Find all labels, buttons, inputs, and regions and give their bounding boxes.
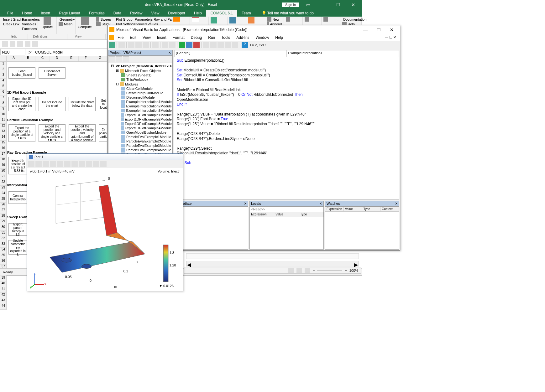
view-object-icon[interactable] xyxy=(116,56,122,62)
menu-tools[interactable]: Tools xyxy=(219,35,233,40)
menu-run[interactable]: Run xyxy=(206,35,217,40)
light-icon[interactable] xyxy=(93,161,99,167)
tree-module-item[interactable]: ParticleEvalExample3Module xyxy=(109,143,172,148)
close-pane-icon[interactable]: ✕ xyxy=(168,51,171,55)
qat-icon[interactable] xyxy=(25,41,30,47)
update-button[interactable]: Update xyxy=(42,25,53,29)
tellme-search[interactable]: 💡 Tell me what you want to do xyxy=(259,10,317,17)
zoom-in-icon[interactable] xyxy=(28,161,34,167)
copy-icon[interactable] xyxy=(135,42,142,48)
ribbon-opts-icon[interactable]: ▭ xyxy=(301,1,315,8)
rotate-icon[interactable] xyxy=(79,161,85,167)
plot-titlebar[interactable]: Plot 1 xyxy=(27,154,183,160)
maximize-icon[interactable]: ☐ xyxy=(372,26,385,34)
code-editor[interactable]: Sub ExampleInterpolation1() Set ModelUti… xyxy=(174,57,399,199)
settings2-icon[interactable] xyxy=(248,17,254,23)
tab-pagelayout[interactable]: Page Layout xyxy=(55,10,84,17)
setm-button[interactable]: Set m locat xyxy=(99,97,108,111)
view-xy-icon[interactable] xyxy=(57,161,63,167)
back-icon[interactable] xyxy=(86,161,92,167)
plotgroup-button[interactable]: Plot Group xyxy=(115,17,130,22)
disconnect-button[interactable]: Disconnect Server xyxy=(39,67,66,79)
close-pane-icon[interactable]: ✕ xyxy=(319,202,322,206)
expposvel-button[interactable]: Export the position and velocity of a si… xyxy=(39,124,66,142)
tree-module-item[interactable]: ExampleInterpolation2Module xyxy=(109,104,172,108)
update-icon[interactable] xyxy=(44,17,51,25)
nochart-button[interactable]: Do not include the chart xyxy=(39,97,66,111)
design-icon[interactable] xyxy=(203,42,209,48)
procedure-combo[interactable]: ExampleInterpolation1 xyxy=(287,50,399,57)
tab-view[interactable]: View xyxy=(147,10,164,17)
menu-debug[interactable]: Debug xyxy=(188,35,204,40)
col-header[interactable]: F xyxy=(79,56,93,61)
project-icon[interactable] xyxy=(210,42,217,48)
col-header[interactable]: C xyxy=(35,56,50,61)
qat-icon[interactable] xyxy=(10,41,15,47)
view-layout-icon[interactable] xyxy=(296,268,302,273)
tab-comsol[interactable]: COMSOL 6.1 xyxy=(206,10,238,17)
signin-button[interactable]: Sign in xyxy=(282,3,299,7)
tree-module-item[interactable]: Export1DPlotExample1Module xyxy=(109,113,172,117)
run-icon[interactable] xyxy=(179,42,185,48)
col-header[interactable]: G xyxy=(93,56,107,61)
view-xz-icon[interactable] xyxy=(71,161,78,167)
close-icon[interactable]: ✕ xyxy=(385,26,398,34)
tree-module-item[interactable]: OpenModelBusbarModule xyxy=(109,130,172,135)
zoom-slider[interactable] xyxy=(317,270,342,271)
export1d-button[interactable]: Export the 1D Plot data pg6 and create t… xyxy=(8,97,35,111)
genera-button[interactable]: Genera Interpolatio xyxy=(8,191,27,204)
qat-icon[interactable] xyxy=(32,41,38,47)
zoom-in-button[interactable]: + xyxy=(345,269,347,272)
close-pane-icon[interactable]: ✕ xyxy=(395,202,398,206)
col-header[interactable]: A xyxy=(7,56,21,61)
tab-data[interactable]: Data xyxy=(109,10,126,17)
horizontal-scrollbar[interactable]: ◀▶ xyxy=(186,261,359,266)
minimize-icon[interactable]: — xyxy=(359,26,372,34)
fx-icon[interactable]: fx xyxy=(27,50,33,54)
tab-team[interactable]: Team xyxy=(237,10,255,17)
undo-icon[interactable] xyxy=(162,42,168,48)
tab-insert[interactable]: Insert xyxy=(36,10,55,17)
tree-module-item[interactable]: ParticleEvalExample1Module xyxy=(109,135,172,139)
sweep-button[interactable]: Sweep xyxy=(96,17,111,22)
props-icon[interactable] xyxy=(217,42,224,48)
minimize-icon[interactable]: — xyxy=(316,1,330,8)
tree-module-item[interactable]: ParticleEvalExample4Module xyxy=(109,148,172,152)
tree-module-item[interactable]: ExampleInterpolation3Module xyxy=(109,108,172,113)
belowdata-button[interactable]: Include the chart below the data xyxy=(69,97,96,111)
doc-button[interactable]: Documentation xyxy=(342,17,359,22)
model-icon3[interactable] xyxy=(323,17,328,22)
menu-format[interactable]: Format xyxy=(170,35,187,40)
geometry-button[interactable]: Geometry xyxy=(59,17,73,22)
view-pagebreak-icon[interactable] xyxy=(305,268,310,273)
menu-addins[interactable]: Add-Ins xyxy=(234,35,252,40)
model-icon2[interactable] xyxy=(305,17,309,22)
tree-module-item[interactable]: CreateInterpGridModule xyxy=(109,91,172,95)
tree-module-item[interactable]: ParticleEvalExample2Module xyxy=(109,139,172,143)
compute-icon[interactable] xyxy=(81,17,89,25)
cut-icon[interactable] xyxy=(128,42,134,48)
tab-file[interactable]: File xyxy=(3,10,18,17)
view-yz-icon[interactable] xyxy=(64,161,71,167)
anim-icon[interactable] xyxy=(211,17,217,23)
redo-icon[interactable] xyxy=(169,42,176,48)
updateparam-button[interactable]: Update parametric sw exported in L xyxy=(8,240,27,255)
exppartic-button[interactable]: Ex positic partic xyxy=(99,124,108,142)
tree-module-item[interactable]: Export1DPlotExample3Module xyxy=(109,121,172,126)
view-normal-icon[interactable] xyxy=(288,268,294,273)
tree-module-item[interactable]: Export1DPlotExample2Module xyxy=(109,117,172,121)
tree-module-item[interactable]: CleanCellModule xyxy=(109,86,172,91)
menu-view[interactable]: View xyxy=(140,35,153,40)
compute-button[interactable]: Compute xyxy=(78,25,92,29)
tab-home[interactable]: Home xyxy=(18,10,36,17)
qat-icon[interactable] xyxy=(2,41,8,47)
expparam-button[interactable]: Export param sweep in L3 xyxy=(8,223,27,236)
menu-window[interactable]: Window xyxy=(253,35,272,40)
zoom-extents-icon[interactable] xyxy=(50,161,56,167)
tab-review[interactable]: Review xyxy=(126,10,147,17)
help-icon[interactable]: ? xyxy=(242,42,248,48)
paste-icon[interactable] xyxy=(143,42,149,48)
insert-graphics-button[interactable]: Insert Graphics xyxy=(2,17,17,22)
tree-module-item[interactable]: DisconnectModule xyxy=(109,95,172,100)
find-icon[interactable] xyxy=(152,42,159,48)
